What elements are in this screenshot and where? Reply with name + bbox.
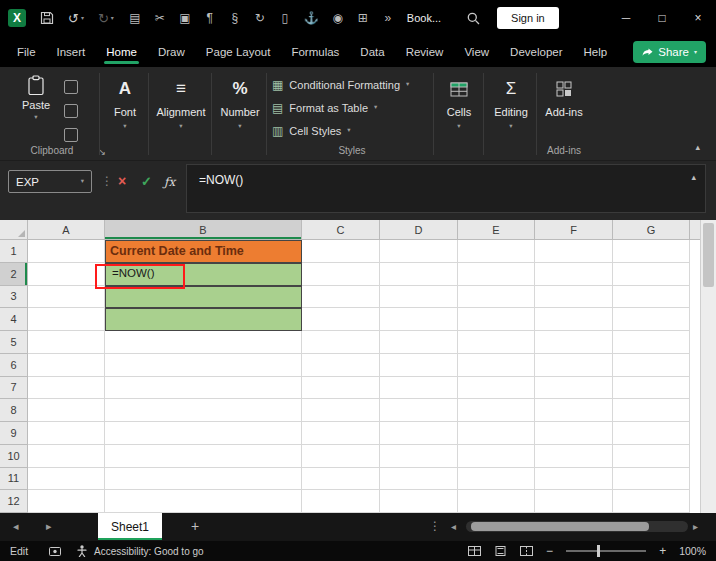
cell-C7[interactable] xyxy=(302,377,380,400)
zoom-slider-thumb[interactable] xyxy=(597,545,600,557)
row-header-4[interactable]: 4 xyxy=(0,308,28,331)
cell-styles-dropdown-icon[interactable]: ▾ xyxy=(347,127,350,134)
name-box[interactable]: EXP ▾ xyxy=(8,170,92,193)
cell-E3[interactable] xyxy=(458,286,535,309)
redo-dropdown-icon[interactable]: ▾ xyxy=(111,15,114,21)
cell-B5[interactable] xyxy=(105,331,302,354)
cell-E12[interactable] xyxy=(458,490,535,513)
cell-C9[interactable] xyxy=(302,422,380,445)
font-dropdown-icon[interactable]: ▾ xyxy=(123,123,126,130)
format-painter-icon[interactable] xyxy=(64,128,78,142)
cell-E1[interactable] xyxy=(458,240,535,263)
cell-G4[interactable] xyxy=(613,308,690,331)
cell-F5[interactable] xyxy=(535,331,613,354)
maximize-button[interactable]: □ xyxy=(644,0,680,36)
horizontal-scrollbar-thumb[interactable] xyxy=(471,522,649,531)
cell-F1[interactable] xyxy=(535,240,613,263)
tab-file[interactable]: File xyxy=(16,38,37,66)
cell-B7[interactable] xyxy=(105,377,302,400)
cancel-entry-icon[interactable]: × xyxy=(118,173,126,189)
anchor-icon[interactable]: ⚓ xyxy=(304,11,319,25)
cell-styles-button[interactable]: ▥ Cell Styles ▾ xyxy=(272,119,432,142)
font-group-button[interactable]: A Font ▾ xyxy=(103,69,147,160)
camera-icon[interactable]: ◉ xyxy=(332,11,344,25)
cell-E4[interactable] xyxy=(458,308,535,331)
paste-values-icon[interactable] xyxy=(64,80,78,94)
accessibility-status-text[interactable]: Accessibility: Good to go xyxy=(94,546,204,557)
cell-F10[interactable] xyxy=(535,445,613,468)
cell-E5[interactable] xyxy=(458,331,535,354)
cell-C4[interactable] xyxy=(302,308,380,331)
accessibility-checker-icon[interactable] xyxy=(77,545,87,557)
cell-A1[interactable] xyxy=(28,240,105,263)
paste-dropdown-icon[interactable]: ▾ xyxy=(34,114,37,121)
cell-E10[interactable] xyxy=(458,445,535,468)
cell-A7[interactable] xyxy=(28,377,105,400)
tab-review[interactable]: Review xyxy=(405,38,445,66)
cell-B4[interactable] xyxy=(105,308,302,331)
cells-dropdown-icon[interactable]: ▾ xyxy=(457,123,460,130)
vertical-scrollbar-thumb[interactable] xyxy=(703,223,714,287)
search-icon[interactable] xyxy=(467,12,480,25)
cell-C12[interactable] xyxy=(302,490,380,513)
select-all-button[interactable] xyxy=(0,220,28,240)
cell-B9[interactable] xyxy=(105,422,302,445)
cell-A6[interactable] xyxy=(28,354,105,377)
cell-B3[interactable] xyxy=(105,286,302,309)
scrollbar-menu-icon[interactable]: ⋮ xyxy=(429,519,441,533)
tab-view[interactable]: View xyxy=(463,38,490,66)
tab-developer[interactable]: Developer xyxy=(509,38,563,66)
row-header-12[interactable]: 12 xyxy=(0,490,28,513)
cell-D10[interactable] xyxy=(380,445,458,468)
cell-C3[interactable] xyxy=(302,286,380,309)
cell-C6[interactable] xyxy=(302,354,380,377)
editing-dropdown-icon[interactable]: ▾ xyxy=(509,123,512,130)
row-header-6[interactable]: 6 xyxy=(0,354,28,377)
cell-D7[interactable] xyxy=(380,377,458,400)
cell-G2[interactable] xyxy=(613,263,690,286)
cell-B8[interactable] xyxy=(105,399,302,422)
editing-group-button[interactable]: Σ Editing ▾ xyxy=(486,69,536,160)
conditional-formatting-button[interactable]: ▦ Conditional Formatting ▾ xyxy=(272,73,432,96)
collapse-formula-bar-icon[interactable]: ▴ xyxy=(691,172,696,182)
insert-function-icon[interactable]: ƒx xyxy=(164,175,175,189)
cell-F8[interactable] xyxy=(535,399,613,422)
cell-B11[interactable] xyxy=(105,468,302,491)
cell-F11[interactable] xyxy=(535,468,613,491)
tab-data[interactable]: Data xyxy=(359,38,385,66)
cell-C1[interactable] xyxy=(302,240,380,263)
cell-G11[interactable] xyxy=(613,468,690,491)
undo-button[interactable]: ↺▾ xyxy=(68,11,84,26)
cell-G7[interactable] xyxy=(613,377,690,400)
save-icon[interactable] xyxy=(40,11,54,25)
format-as-table-button[interactable]: ▤ Format as Table ▾ xyxy=(272,96,432,119)
cell-C2[interactable] xyxy=(302,263,380,286)
prev-sheet-icon[interactable]: ◂ xyxy=(13,520,19,533)
sheet-tab-sheet1[interactable]: Sheet1 xyxy=(98,513,162,540)
cell-G8[interactable] xyxy=(613,399,690,422)
tab-draw[interactable]: Draw xyxy=(157,38,186,66)
column-header-E[interactable]: E xyxy=(458,220,535,240)
row-header-3[interactable]: 3 xyxy=(0,286,28,309)
row-header-2[interactable]: 2 xyxy=(0,263,28,286)
cell-G1[interactable] xyxy=(613,240,690,263)
cell-A9[interactable] xyxy=(28,422,105,445)
cell-A5[interactable] xyxy=(28,331,105,354)
cell-A8[interactable] xyxy=(28,399,105,422)
tab-insert[interactable]: Insert xyxy=(56,38,87,66)
paste-button[interactable]: Paste ▾ xyxy=(14,69,58,121)
cell-C10[interactable] xyxy=(302,445,380,468)
normal-view-icon[interactable] xyxy=(468,546,481,556)
cell-B1[interactable]: Current Date and Time xyxy=(105,240,302,263)
page-break-preview-icon[interactable] xyxy=(520,546,533,556)
cell-D5[interactable] xyxy=(380,331,458,354)
hscroll-left-icon[interactable]: ◂ xyxy=(451,521,456,532)
row-header-7[interactable]: 7 xyxy=(0,377,28,400)
column-header-A[interactable]: A xyxy=(28,220,105,240)
cell-G3[interactable] xyxy=(613,286,690,309)
cell-E8[interactable] xyxy=(458,399,535,422)
cell-B6[interactable] xyxy=(105,354,302,377)
tab-help[interactable]: Help xyxy=(583,38,609,66)
cell-G10[interactable] xyxy=(613,445,690,468)
horizontal-scrollbar[interactable] xyxy=(466,521,688,532)
